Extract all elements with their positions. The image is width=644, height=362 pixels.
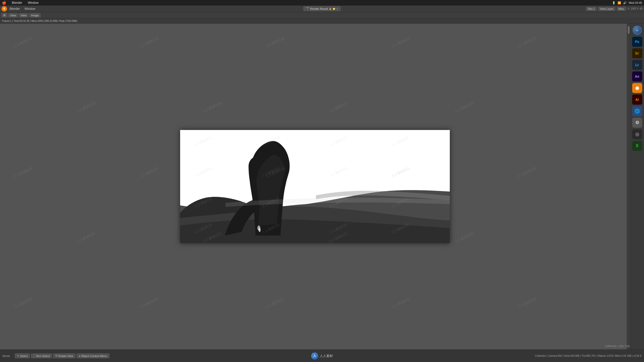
image-menu-button[interactable]: Image bbox=[29, 13, 41, 17]
cursor-pos: X: 1383 Y: 40 bbox=[627, 7, 642, 10]
context-menu-button[interactable]: ≡ Object Context Menu bbox=[76, 353, 109, 358]
scroll-handle[interactable] bbox=[628, 26, 630, 34]
scroll-bar[interactable] bbox=[627, 24, 630, 349]
select-button[interactable]: ↖ Select bbox=[15, 353, 30, 358]
render-area: 人人素材社区 人人素材社区 人人素材社区 人人素材社区 人人素材社区 人人素材社… bbox=[0, 24, 630, 349]
world-label: World bbox=[3, 354, 10, 357]
center-logo: 人 人人素材 bbox=[311, 352, 333, 359]
logo-circle: 人 bbox=[311, 352, 318, 359]
render-canvas: 人人素材社区 人人素材社区 人人素材社区 人人素材社区 人人素材社区 人人素材社… bbox=[180, 130, 450, 243]
bridge-icon[interactable]: Br bbox=[632, 48, 643, 59]
rotate-view-button[interactable]: ↻ Rotate View bbox=[53, 353, 75, 358]
volume-icon: 🔊 bbox=[623, 1, 627, 5]
blender-menu-item[interactable]: Blender bbox=[9, 7, 21, 11]
menubar: 🍎 Blender Window 🔋 📶 🔊 Wed 03:45 bbox=[0, 0, 644, 6]
blender-menu[interactable]: Blender bbox=[11, 1, 23, 5]
view2-menu-button[interactable]: View bbox=[19, 13, 28, 17]
bottom-bar: World ↖ Select ⬚ Box Select ↻ Rotate Vie… bbox=[0, 349, 644, 362]
view-layer-label[interactable]: View Layer bbox=[598, 7, 615, 11]
render-tab-label: Render Result bbox=[310, 7, 328, 10]
window-menu-item[interactable]: Window bbox=[23, 7, 36, 11]
box-icon: ⬚ bbox=[33, 354, 36, 357]
editor-toolbar: ⊞ View View Image bbox=[0, 12, 644, 19]
lock-icon: 🔒 bbox=[329, 8, 332, 10]
wifi-icon: 📶 bbox=[618, 1, 621, 5]
mail-icon[interactable]: 🌐 bbox=[632, 106, 643, 117]
app-icon-10[interactable]: S bbox=[632, 140, 643, 151]
close-tab-icon[interactable]: ✕ bbox=[336, 8, 338, 10]
rss-icon[interactable]: ◉ bbox=[632, 82, 643, 94]
render-image bbox=[180, 130, 450, 243]
editor-type-button[interactable]: ⊞ bbox=[2, 13, 7, 17]
settings-icon[interactable]: ⚙ bbox=[632, 117, 643, 128]
apple-menu[interactable]: 🍎 bbox=[2, 1, 6, 5]
battery-icon: 🔋 bbox=[612, 1, 616, 5]
bottom-stats: Collection | Camera.002 | Verts:443,585 … bbox=[535, 354, 641, 357]
folder-icon: 📁 bbox=[333, 8, 335, 10]
brand-text: 人人素材 bbox=[320, 354, 333, 358]
render-stats-text: Frame:1 | Time:00:16.36 | Mem:2054.33M (… bbox=[2, 20, 77, 22]
stats-bar: Frame:1 | Time:00:16.36 | Mem:2054.33M (… bbox=[0, 19, 644, 24]
stats-text: Collection | Camera.002 | Verts:443,585 … bbox=[535, 354, 641, 357]
illustrator-icon[interactable]: Ai bbox=[632, 94, 643, 105]
app-icon-9[interactable]: ◎ bbox=[632, 129, 643, 140]
render-tab-icon: 🎬 bbox=[306, 7, 309, 10]
blender-header: B Blender Window 🎬 Render Result 🔒 📁 ✕ S… bbox=[0, 6, 644, 12]
rotate-icon: ↻ bbox=[55, 354, 58, 357]
render-result-tab[interactable]: 🎬 Render Result 🔒 📁 ✕ bbox=[303, 6, 341, 11]
clock: Wed 03:45 bbox=[629, 1, 642, 4]
misc-label[interactable]: Misc bbox=[617, 7, 626, 11]
photoshop-icon[interactable]: Ps bbox=[632, 36, 643, 47]
menu-icon: ≡ bbox=[79, 354, 80, 357]
logo-icon: 人 bbox=[313, 354, 316, 358]
window-menu[interactable]: Window bbox=[27, 1, 39, 5]
svg-point-7 bbox=[259, 228, 261, 232]
cursor-icon: ↖ bbox=[17, 354, 19, 357]
view-menu-button[interactable]: View bbox=[8, 13, 18, 17]
right-sidebar: ● Ps Br Lr Ae ◉ Ai 🌐 ⚙ ◎ S bbox=[630, 24, 644, 349]
slot-label[interactable]: Slot 1 bbox=[586, 7, 596, 11]
mode-buttons: ↖ Select ⬚ Box Select ↻ Rotate View ≡ Ob… bbox=[15, 353, 109, 358]
lightroom-icon[interactable]: Lr bbox=[632, 59, 643, 70]
box-select-button[interactable]: ⬚ Box Select bbox=[31, 353, 52, 358]
after-effects-icon[interactable]: Ae bbox=[632, 71, 643, 82]
blender-sphere-icon[interactable]: ● bbox=[632, 25, 643, 36]
blender-logo: B bbox=[2, 6, 7, 12]
